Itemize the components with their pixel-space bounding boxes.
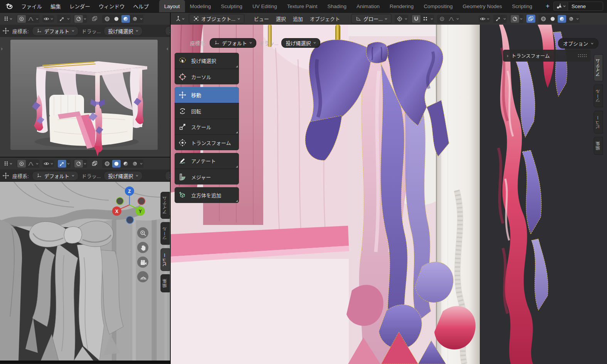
drag-action-dropdown[interactable]: 投げ縄選択 <box>104 26 142 36</box>
chevron-down-icon[interactable] <box>36 17 39 21</box>
tool-rotate[interactable]: 回転 <box>175 103 239 119</box>
zoom-button[interactable] <box>137 227 148 238</box>
shading-wireframe-button[interactable] <box>539 15 548 23</box>
toolbar-expand-arrow[interactable]: › <box>1 45 3 51</box>
tool-transform[interactable]: トランスフォーム <box>175 134 239 150</box>
navigation-gizmo[interactable]: Z X Y <box>111 186 148 225</box>
tool-cursor[interactable]: カーソル <box>175 69 239 84</box>
workspace-tab-scripting[interactable]: Scripting <box>507 0 537 12</box>
add-workspace-button[interactable]: + <box>544 2 551 10</box>
mode-dropdown[interactable]: オブジェクト... <box>189 14 244 23</box>
proportional-editing-toggle[interactable] <box>17 160 26 168</box>
drag-action-dropdown[interactable]: 投げ縄選択 <box>281 38 320 48</box>
overlays-dropdown[interactable] <box>74 15 87 23</box>
tab-tool[interactable]: ツール <box>594 85 603 107</box>
visibility-dropdown[interactable] <box>42 160 54 167</box>
shading-rendered-button[interactable] <box>567 15 575 23</box>
chevron-down-icon[interactable] <box>456 17 459 21</box>
chevron-down-icon[interactable] <box>36 161 39 166</box>
panel-grip-icon[interactable] <box>578 54 587 57</box>
editor-type-button[interactable] <box>2 15 13 23</box>
visibility-dropdown[interactable] <box>479 15 490 22</box>
visibility-dropdown[interactable] <box>42 15 54 22</box>
viewport-top-left-canvas[interactable]: › ‹ <box>0 37 170 158</box>
xray-toggle[interactable] <box>526 15 535 23</box>
tool-measure[interactable]: メジャー <box>175 169 239 185</box>
overlays-dropdown[interactable] <box>74 159 87 168</box>
coordinate-system-dropdown[interactable]: デフォルト <box>32 171 79 181</box>
drag-action-dropdown[interactable]: 投げ縄選択 <box>104 171 142 181</box>
options-dropdown-clipped[interactable]: オプション <box>165 171 170 181</box>
tab-edit[interactable]: 編集 <box>161 274 170 292</box>
overlays-dropdown[interactable] <box>510 15 523 23</box>
menu-help[interactable]: ヘルプ <box>129 0 153 12</box>
viewport-main-canvas[interactable]: 座標系: デフォルト ドラッ... 投げ縄選択 オプション <box>171 25 607 364</box>
falloff-icon[interactable] <box>27 160 35 168</box>
gizmo-axis-neg-y[interactable] <box>116 198 124 205</box>
options-dropdown-clipped[interactable]: オプション <box>165 26 170 36</box>
transform-panel-header[interactable]: › トランスフォーム <box>503 50 591 62</box>
menu-add[interactable]: 追加 <box>289 14 306 23</box>
pivot-point-dropdown[interactable] <box>395 15 408 23</box>
proportional-editing-toggle[interactable] <box>438 15 446 23</box>
tool-lasso-select[interactable]: 投げ縄選択 <box>175 53 239 69</box>
workspace-tab-compositing[interactable]: Compositing <box>419 0 457 12</box>
menu-select[interactable]: 選択 <box>272 14 289 23</box>
workspace-tab-animation[interactable]: Animation <box>351 0 385 12</box>
tool-annotate[interactable]: アノテート <box>175 153 239 169</box>
coordinate-system-dropdown[interactable]: デフォルト <box>32 26 79 36</box>
chevron-down-icon[interactable] <box>576 17 579 21</box>
tab-edit[interactable]: 編集 <box>594 137 603 155</box>
sidebar-expand-arrow[interactable]: ‹ <box>166 45 168 51</box>
falloff-icon[interactable] <box>447 15 456 23</box>
snap-settings-icon[interactable] <box>421 15 430 23</box>
tab-tool[interactable]: ツール <box>161 222 170 245</box>
chevron-down-icon[interactable] <box>140 161 143 166</box>
scene-name-field[interactable]: Scene <box>568 2 603 11</box>
pan-button[interactable] <box>137 242 148 253</box>
menu-view[interactable]: ビュー <box>251 14 272 23</box>
tab-item[interactable]: アイテム <box>161 192 170 219</box>
viewport-bottom-left-canvas[interactable]: Z X Y アイテム <box>0 182 170 361</box>
shading-solid-button[interactable] <box>548 15 557 23</box>
shading-material-button[interactable] <box>558 15 566 23</box>
shading-rendered-button[interactable] <box>131 15 139 23</box>
tab-view[interactable]: ビュー <box>161 248 170 271</box>
camera-view-button[interactable] <box>137 257 148 268</box>
menu-object[interactable]: オブジェクト <box>306 14 343 23</box>
workspace-tab-shading[interactable]: Shading <box>322 0 351 12</box>
chevron-down-icon[interactable] <box>140 17 143 21</box>
snap-magnet-toggle[interactable] <box>412 15 420 23</box>
menu-file[interactable]: ファイル <box>17 0 46 12</box>
tab-item[interactable]: アイテム <box>594 54 603 81</box>
menu-edit[interactable]: 編集 <box>46 0 65 12</box>
workspace-tab-rendering[interactable]: Rendering <box>385 0 419 12</box>
orthographic-toggle-button[interactable] <box>137 271 148 282</box>
chevron-down-icon[interactable] <box>430 17 433 21</box>
editor-type-button[interactable] <box>174 15 186 23</box>
tool-add-cube[interactable]: 立方体を追加 <box>175 187 239 203</box>
shading-solid-button[interactable] <box>112 160 121 168</box>
gizmo-axis-neg-z[interactable] <box>126 216 134 224</box>
gizmos-dropdown[interactable] <box>57 159 71 168</box>
menu-render[interactable]: レンダー <box>65 0 94 12</box>
workspace-tab-texture-paint[interactable]: Texture Paint <box>282 0 323 12</box>
xray-toggle[interactable] <box>90 15 99 23</box>
options-dropdown[interactable]: オプション <box>558 38 599 49</box>
shading-solid-button[interactable] <box>112 15 121 23</box>
falloff-icon[interactable] <box>27 15 35 23</box>
blender-logo-icon[interactable] <box>0 0 17 12</box>
workspace-tab-layout[interactable]: Layout <box>159 0 185 12</box>
shading-material-button[interactable] <box>121 160 130 168</box>
gizmo-axis-neg-x[interactable] <box>138 198 145 205</box>
editor-type-button[interactable] <box>2 159 13 168</box>
transform-orientation-dropdown[interactable]: グロー... <box>351 14 392 23</box>
scene-browse-button[interactable] <box>553 2 568 11</box>
workspace-tab-modeling[interactable]: Modeling <box>185 0 216 12</box>
shading-material-button[interactable] <box>121 15 130 23</box>
shading-rendered-button[interactable] <box>131 160 139 168</box>
workspace-tab-sculpting[interactable]: Sculpting <box>216 0 247 12</box>
menu-window[interactable]: ウィンドウ <box>94 0 129 12</box>
gizmos-dropdown[interactable] <box>493 15 507 23</box>
gizmos-dropdown[interactable] <box>57 15 71 23</box>
